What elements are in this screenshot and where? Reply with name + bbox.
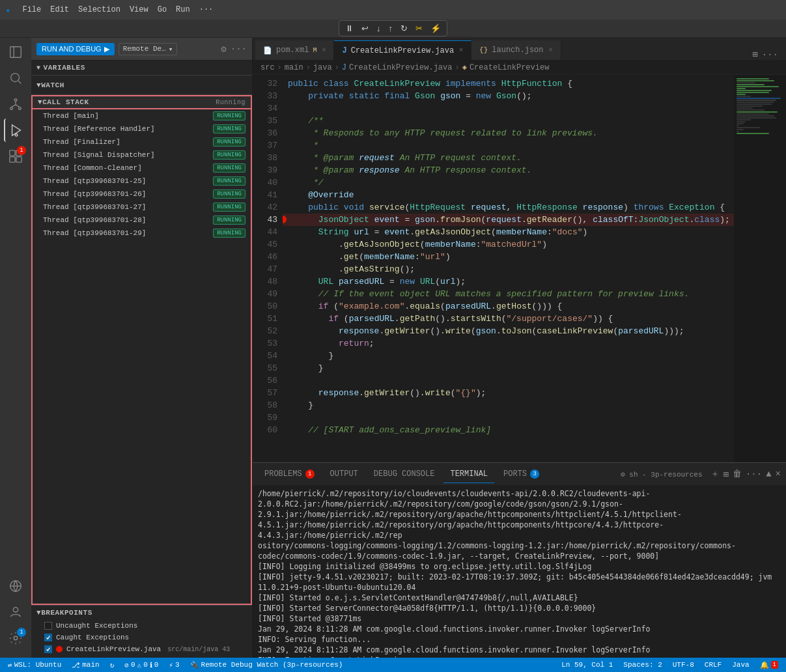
activity-source-control[interactable] xyxy=(4,92,27,116)
launch-json-close-icon[interactable]: × xyxy=(549,47,553,54)
debug-step-into-btn[interactable]: ↓ xyxy=(373,22,384,35)
add-terminal-icon[interactable]: ＋ xyxy=(710,468,720,480)
breakpoints-header[interactable]: ▼ BREAKPOINTS xyxy=(31,606,252,620)
tab-launch-json[interactable]: {} launch.json × xyxy=(471,40,561,60)
panel-tab-ports[interactable]: PORTS 3 xyxy=(497,465,546,483)
menu-file[interactable]: File xyxy=(22,5,41,14)
uncaught-checkbox[interactable] xyxy=(44,622,52,630)
debug-lightning-btn[interactable]: ⚡ xyxy=(427,22,444,35)
menu-go[interactable]: Go xyxy=(158,5,167,14)
status-ws[interactable]: ⚡ 3 xyxy=(166,661,182,669)
ln-57: 57 xyxy=(253,387,277,399)
call-stack-item[interactable]: Thread [qtp399683701-28] RUNNING xyxy=(33,214,251,227)
sync-icon: ↻ xyxy=(110,661,115,669)
call-stack-item[interactable]: Thread [qtp399683701-25] RUNNING xyxy=(33,175,251,188)
call-stack-item[interactable]: Thread [qtp399683701-26] RUNNING xyxy=(33,188,251,201)
panel-tab-output[interactable]: OUTPUT xyxy=(324,465,365,483)
menu-view[interactable]: View xyxy=(130,5,148,14)
gear-icon[interactable]: ⚙ xyxy=(221,44,226,55)
breadcrumb-src[interactable]: src xyxy=(260,63,275,72)
panel-tab-debug-console[interactable]: DEBUG CONSOLE xyxy=(367,465,442,483)
code-content[interactable]: public class CreateLinkPreview implement… xyxy=(283,75,734,462)
branch-label: main xyxy=(82,661,99,669)
watch-section-header[interactable]: ▼ WATCH xyxy=(31,75,252,94)
file-checkbox[interactable] xyxy=(44,645,52,653)
panel-tab-terminal[interactable]: TERMINAL xyxy=(443,465,494,483)
menu-more[interactable]: ··· xyxy=(199,5,214,14)
svg-point-18 xyxy=(13,608,18,612)
status-errors[interactable]: ⊘ 0 ⚠ 0 ℹ 0 xyxy=(122,661,161,669)
status-encoding[interactable]: UTF-8 xyxy=(670,661,697,669)
menu-run[interactable]: Run xyxy=(176,5,190,14)
notification-badge: 1 xyxy=(771,661,778,669)
status-spaces[interactable]: Spaces: 2 xyxy=(621,661,664,669)
status-remote-watch[interactable]: 🔌 Remote Debug Watch (3p-resources) xyxy=(188,661,346,669)
breadcrumb-class[interactable]: CreateLinkPreview xyxy=(470,63,549,72)
variables-arrow-icon: ▼ xyxy=(36,64,41,72)
terminal-line: [INFO] jetty-9.4.51.v20230217; built: 20… xyxy=(258,572,781,593)
more-icon[interactable]: ··· xyxy=(231,44,247,54)
pom-xml-close-icon[interactable]: × xyxy=(322,47,326,54)
debug-restart-btn[interactable]: ↻ xyxy=(397,22,411,35)
call-stack-item[interactable]: Thread [Finalizer] RUNNING xyxy=(33,135,251,148)
svg-point-4 xyxy=(14,99,17,102)
code-line-48: URL parsedURL = new URL(url); xyxy=(283,275,734,288)
code-line-43: JsonObject event = gson.fromJson(request… xyxy=(283,214,734,226)
panel-tab-problems[interactable]: PROBLEMS 1 xyxy=(258,465,321,483)
activity-search[interactable] xyxy=(4,66,27,90)
activity-run-debug[interactable] xyxy=(4,119,27,142)
run-debug-button[interactable]: RUN AND DEBUG ▶ xyxy=(36,43,115,55)
status-branch[interactable]: ⎇ main xyxy=(69,661,102,669)
code-line-59 xyxy=(283,412,734,424)
breadcrumb-sep-1: › xyxy=(277,63,282,72)
ln-53: 53 xyxy=(253,337,277,350)
split-editor-icon[interactable]: ⊞ xyxy=(752,49,757,60)
caught-checkbox[interactable] xyxy=(44,634,52,641)
activity-remote[interactable] xyxy=(4,574,27,598)
tab-pom-xml[interactable]: 📄 pom.xml M × xyxy=(255,40,334,60)
variables-section-header[interactable]: ▼ VARIABLES xyxy=(31,61,252,75)
terminal-content[interactable]: /home/pierrick/.m2/repository/io/cloudev… xyxy=(253,486,786,658)
tab-create-link-preview[interactable]: J CreateLinkPreview.java × xyxy=(334,40,471,60)
debug-continue-btn[interactable]: ⏸ xyxy=(342,22,357,35)
more-panel-icon[interactable]: ··· xyxy=(746,469,762,479)
call-stack-item[interactable]: Thread [main] RUNNING xyxy=(33,109,251,122)
svg-rect-0 xyxy=(10,47,21,58)
status-language[interactable]: Java xyxy=(729,661,751,669)
line-ending-label: CRLF xyxy=(705,661,722,669)
code-editor[interactable]: 32 33 34 35 36 37 38 39 40 41 42 43 44 4… xyxy=(253,75,734,462)
code-line-42: public void service(HttpRequest request,… xyxy=(283,201,734,214)
create-link-preview-close-icon[interactable]: × xyxy=(459,47,463,54)
debug-disconnect-btn[interactable]: ✂ xyxy=(412,22,426,35)
debug-step-over-btn[interactable]: ↩ xyxy=(358,22,372,35)
config-select[interactable]: Remote De… ▾ xyxy=(119,43,178,55)
menu-edit[interactable]: Edit xyxy=(50,5,69,14)
close-panel-icon[interactable]: × xyxy=(776,469,781,479)
breadcrumb-java[interactable]: java xyxy=(313,63,332,72)
activity-bottom: 1 xyxy=(4,574,27,655)
status-wsl[interactable]: ⇌ WSL: Ubuntu xyxy=(5,661,64,669)
activity-account[interactable] xyxy=(4,600,27,624)
status-line-ending[interactable]: CRLF xyxy=(702,661,724,669)
debug-step-out-btn[interactable]: ↑ xyxy=(386,22,397,35)
status-notifications[interactable]: 🔔 1 xyxy=(757,661,781,669)
activity-extensions[interactable]: 1 xyxy=(4,145,27,168)
call-stack-item[interactable]: Thread [Signal Dispatcher] RUNNING xyxy=(33,148,251,161)
clear-terminal-icon[interactable]: 🗑 xyxy=(733,469,742,479)
call-stack-item[interactable]: Thread [Reference Handler] RUNNING xyxy=(33,122,251,135)
split-terminal-icon[interactable]: ⊞ xyxy=(723,469,729,480)
activity-settings[interactable]: 1 xyxy=(4,626,27,650)
status-position[interactable]: Ln 59, Col 1 xyxy=(559,661,615,669)
call-stack-item[interactable]: Thread [qtp399683701-27] RUNNING xyxy=(33,201,251,214)
call-stack-item[interactable]: Thread [qtp399683701-29] RUNNING xyxy=(33,227,251,240)
menu-selection[interactable]: Selection xyxy=(78,5,120,14)
activity-explorer[interactable] xyxy=(4,40,27,64)
terminal-line: Jan 29, 2024 8:11:28 AM com.google.cloud… xyxy=(258,624,781,634)
call-stack-header[interactable]: ▼ CALL STACK Running xyxy=(31,95,252,109)
more-tabs-icon[interactable]: ··· xyxy=(762,49,778,60)
status-sync[interactable]: ↻ xyxy=(107,661,117,669)
breadcrumb-file[interactable]: CreateLinkPreview.java xyxy=(349,63,452,72)
call-stack-item[interactable]: Thread [Common-Cleaner] RUNNING xyxy=(33,161,251,175)
breadcrumb-main[interactable]: main xyxy=(285,63,303,72)
maximize-panel-icon[interactable]: ▲ xyxy=(766,469,771,479)
